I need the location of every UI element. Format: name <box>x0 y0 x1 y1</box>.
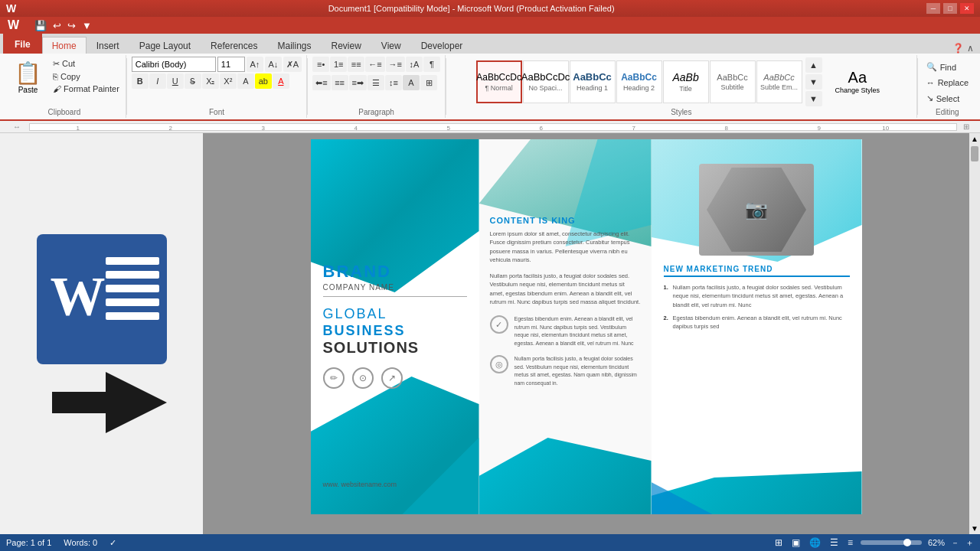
clear-format-button[interactable]: ✗A <box>283 57 302 72</box>
minimize-button[interactable]: ─ <box>926 3 940 14</box>
style-heading1[interactable]: AaBbCc Heading 1 <box>570 60 616 103</box>
document-area[interactable]: BRAND COMPANY NAME GLOBAL BUSINESS SOLUT… <box>203 133 969 534</box>
scroll-thumb[interactable] <box>971 146 978 161</box>
right-list-item-1: Nullam porta facilisis justo, a feugiat … <box>664 283 850 309</box>
close-button[interactable]: ✕ <box>960 3 974 14</box>
minimize-ribbon-icon[interactable]: ∧ <box>967 43 974 54</box>
tab-references[interactable]: References <box>201 37 267 54</box>
find-button[interactable]: 🔍Find <box>923 60 960 74</box>
text-effects-button[interactable]: A <box>237 73 254 89</box>
tab-developer[interactable]: Developer <box>411 37 473 54</box>
styles-more-button[interactable]: ▼ <box>805 91 822 106</box>
qa-save-button[interactable]: 💾 <box>33 20 48 31</box>
cut-button[interactable]: ✂ Cut <box>51 58 121 70</box>
font-name-input[interactable] <box>132 57 216 72</box>
font-grow-button[interactable]: A↑ <box>247 57 263 72</box>
sort-button[interactable]: ↕A <box>406 57 423 72</box>
multilevel-button[interactable]: ≡≡ <box>348 57 364 72</box>
paste-button[interactable]: 📋 Paste <box>8 57 48 98</box>
main-area: W <box>0 133 980 534</box>
qa-undo-button[interactable]: ↩ <box>51 20 63 31</box>
increase-indent-button[interactable]: →≡ <box>386 57 405 72</box>
draft-button[interactable]: ≡ <box>846 537 854 548</box>
maximize-button[interactable]: □ <box>943 3 957 14</box>
font-shrink-button[interactable]: A↓ <box>265 57 282 72</box>
borders-button[interactable]: ⊞ <box>420 75 437 90</box>
copy-button[interactable]: ⎘ Copy <box>51 71 121 82</box>
web-layout-button[interactable]: 🌐 <box>808 537 822 548</box>
word-logo-bg: W <box>37 234 167 364</box>
tab-home[interactable]: Home <box>42 37 87 54</box>
style-normal[interactable]: AaBbCcDc ¶ Normal <box>476 60 522 103</box>
format-painter-button[interactable]: 🖌 Format Painter <box>51 83 121 94</box>
highlight-button[interactable]: ab <box>255 73 272 89</box>
line-spacing-button[interactable]: ↕≡ <box>385 75 402 90</box>
font-color-button[interactable]: A <box>273 73 289 89</box>
align-center-button[interactable]: ≡≡ <box>332 75 348 90</box>
brand-name: BRAND <box>323 262 467 282</box>
outline-button[interactable]: ☰ <box>828 537 840 548</box>
tab-file[interactable]: File <box>3 34 42 54</box>
font-size-input[interactable] <box>217 57 245 72</box>
icon-chart: ↗ <box>381 367 403 389</box>
word-logo-w: W <box>51 265 106 328</box>
tab-review[interactable]: Review <box>321 37 371 54</box>
tab-view[interactable]: View <box>371 37 411 54</box>
style-subtle-em[interactable]: AaBbCc Subtle Em... <box>756 60 802 103</box>
zoom-level: 62% <box>928 538 945 547</box>
zoom-slider[interactable] <box>861 540 922 545</box>
style-title[interactable]: AaBb Title <box>663 60 709 103</box>
building-image: 📷 <box>699 164 814 256</box>
full-screen-button[interactable]: ▣ <box>790 537 802 548</box>
tab-page-layout[interactable]: Page Layout <box>129 37 201 54</box>
numbering-button[interactable]: 1≡ <box>330 57 347 72</box>
bullets-button[interactable]: ≡• <box>312 57 329 72</box>
quick-access-toolbar: W 💾 ↩ ↪ ▼ <box>0 17 980 34</box>
styles-scroll-up-button[interactable]: ▲ <box>805 57 822 73</box>
style-subtitle[interactable]: AaBbCc Subtitle <box>710 60 756 103</box>
tab-insert[interactable]: Insert <box>87 37 129 54</box>
content-heading: CONTENT IS KING <box>490 216 641 225</box>
styles-scroll-down-button[interactable]: ▼ <box>805 74 822 90</box>
justify-button[interactable]: ☰ <box>368 75 384 90</box>
right-list-item-2: Egestas bibendum enim. Aenean a blandit … <box>664 314 850 331</box>
style-heading2[interactable]: AaBbCc Heading 2 <box>616 60 662 103</box>
title-bar: W Document1 [Compatibility Mode] - Micro… <box>0 0 980 17</box>
help-icon[interactable]: ❓ <box>952 43 964 54</box>
scroll-down-button[interactable]: ▼ <box>969 523 980 534</box>
icon-pen: ✏ <box>323 367 345 389</box>
zoom-out-button[interactable]: － <box>951 537 959 549</box>
show-marks-button[interactable]: ¶ <box>423 57 440 72</box>
word-logo-panel: W <box>0 133 203 534</box>
feature-item-1: ✓ Egestas bibendum enim. Aenean a blandi… <box>490 315 641 347</box>
superscript-button[interactable]: X² <box>220 73 237 89</box>
editing-label: Editing <box>923 106 972 116</box>
content-text2: Nullam porta facilisis justo, a feugiat … <box>490 272 641 306</box>
zoom-in-button[interactable]: ＋ <box>965 537 974 549</box>
change-styles-button[interactable]: Aa Change Styles <box>828 65 887 98</box>
print-layout-button[interactable]: ⊞ <box>773 537 784 548</box>
company-name: COMPANY NAME <box>323 283 467 297</box>
decrease-indent-button[interactable]: ←≡ <box>365 57 384 72</box>
align-right-button[interactable]: ≡➡ <box>349 75 367 90</box>
italic-button[interactable]: I <box>149 73 166 89</box>
strikethrough-button[interactable]: S̶ <box>185 73 201 89</box>
tab-mailings[interactable]: Mailings <box>267 37 321 54</box>
qa-customize-button[interactable]: ▼ <box>80 20 93 31</box>
arrow-graphic <box>37 372 167 433</box>
brochure-middle-panel: CONTENT IS KING Lorem ipsum dolor sit am… <box>479 139 652 514</box>
qa-redo-button[interactable]: ↪ <box>66 20 77 31</box>
camera-icon: 📷 <box>745 199 768 220</box>
website: www. websitename.com <box>323 481 467 499</box>
replace-button[interactable]: ↔Replace <box>923 76 972 90</box>
select-button[interactable]: ↘Select <box>923 91 964 106</box>
shading-button[interactable]: A <box>403 75 420 90</box>
spell-check-icon[interactable]: ✓ <box>109 538 116 548</box>
underline-button[interactable]: U <box>167 73 184 89</box>
style-no-spacing[interactable]: AaBbCcDc No Spaci... <box>523 60 569 103</box>
align-left-button[interactable]: ⬅≡ <box>312 75 330 90</box>
bold-button[interactable]: B <box>132 73 149 89</box>
scroll-up-button[interactable]: ▲ <box>969 133 980 145</box>
subscript-button[interactable]: X₂ <box>202 73 219 89</box>
vertical-scrollbar[interactable]: ▲ ▼ <box>969 133 980 534</box>
